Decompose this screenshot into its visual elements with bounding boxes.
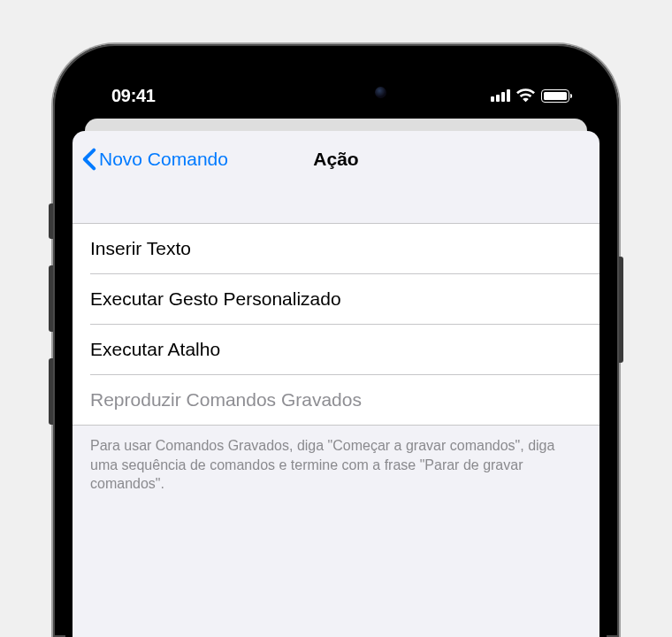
action-list: Inserir Texto Executar Gesto Personaliza… [73, 223, 599, 426]
chevron-left-icon [81, 148, 97, 171]
volume-down-button [49, 358, 53, 425]
action-run-shortcut[interactable]: Executar Atalho [90, 325, 599, 375]
phone-screen: 09:41 [65, 57, 607, 637]
volume-up-button [49, 265, 53, 332]
section-footer-text: Para usar Comandos Gravados, diga "Começ… [73, 426, 599, 504]
status-time: 09:41 [111, 86, 156, 106]
wifi-icon [516, 88, 535, 103]
battery-icon [541, 89, 569, 103]
navigation-bar: Novo Comando Ação [73, 131, 599, 188]
mute-switch [49, 203, 53, 239]
back-button[interactable]: Novo Comando [81, 148, 228, 171]
status-icons [491, 88, 569, 103]
dynamic-island [270, 73, 402, 111]
cellular-signal-icon [491, 89, 510, 102]
front-camera-icon [375, 87, 386, 98]
power-button [619, 257, 623, 363]
right-side-buttons [619, 257, 623, 363]
page-title: Ação [313, 149, 358, 170]
phone-device-frame: 09:41 [53, 44, 619, 637]
action-playback-recorded-commands: Reproduzir Comandos Gravados [73, 375, 599, 425]
left-side-buttons [49, 203, 53, 451]
action-run-custom-gesture[interactable]: Executar Gesto Personalizado [90, 274, 599, 325]
back-button-label: Novo Comando [99, 149, 228, 170]
action-insert-text[interactable]: Inserir Texto [90, 224, 599, 274]
modal-sheet: Novo Comando Ação Inserir Texto Executar… [73, 131, 599, 637]
